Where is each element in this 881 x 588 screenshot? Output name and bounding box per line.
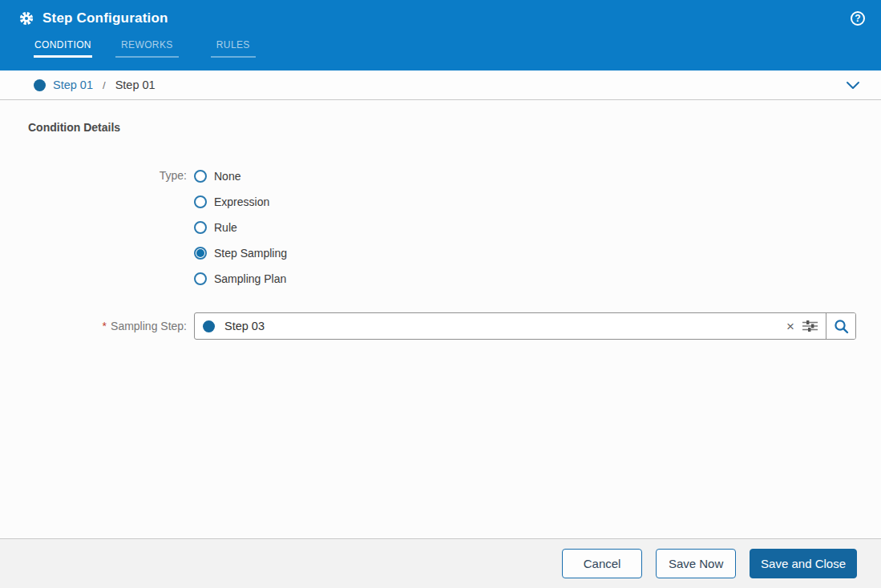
header-title-row: Step Configuration ? (0, 0, 881, 37)
step-configuration-dialog: Step Configuration ? CONDITION REWORKS R… (0, 0, 881, 588)
save-and-close-button[interactable]: Save and Close (750, 549, 857, 578)
cancel-button[interactable]: Cancel (562, 549, 642, 578)
tab-condition[interactable]: CONDITION (34, 39, 92, 58)
tab-bar: CONDITION REWORKS RULES (0, 39, 881, 58)
sampling-step-value: Step 03 (224, 320, 781, 332)
search-icon[interactable] (826, 313, 855, 339)
step-status-dot (34, 79, 46, 91)
radio-option-sampling-plan[interactable]: Sampling Plan (194, 266, 287, 292)
radio-option-rule[interactable]: Rule (194, 215, 287, 240)
breadcrumb-substep: Step 01 (115, 79, 156, 91)
radio-rule[interactable] (194, 221, 207, 234)
radio-label: Sampling Plan (214, 272, 286, 285)
footer-action-bar: Cancel Save Now Save and Close (0, 538, 881, 588)
radio-option-step-sampling[interactable]: Step Sampling (194, 240, 287, 266)
filter-sliders-icon[interactable] (802, 319, 818, 333)
header: Step Configuration ? CONDITION REWORKS R… (0, 0, 881, 70)
radio-expression[interactable] (194, 195, 207, 208)
tab-rules[interactable]: RULES (211, 39, 256, 58)
sampling-step-picker[interactable]: Step 03 × (194, 312, 856, 340)
chevron-down-icon[interactable] (843, 78, 863, 93)
breadcrumb-separator: / (103, 79, 106, 91)
radio-label: Rule (214, 221, 237, 234)
condition-panel: Condition Details Type: None Expression … (0, 100, 881, 538)
page-title: Step Configuration (42, 10, 168, 26)
sampling-step-label: *Sampling Step: (24, 320, 187, 332)
section-title: Condition Details (24, 121, 857, 134)
type-radio-group: None Expression Rule Step Sampling Sampl… (194, 163, 287, 292)
radio-option-none[interactable]: None (194, 163, 287, 189)
sampling-step-label-text: Sampling Step: (111, 320, 187, 332)
radio-label: Expression (214, 195, 269, 208)
tab-reworks[interactable]: REWORKS (115, 39, 179, 58)
type-label: Type: (24, 163, 187, 292)
radio-label: None (214, 170, 240, 183)
help-icon[interactable]: ? (851, 11, 865, 26)
sampling-step-field: Step 03 × (194, 312, 856, 340)
type-field-row: Type: None Expression Rule Step Sampling (24, 163, 857, 292)
save-now-button[interactable]: Save Now (656, 549, 736, 578)
required-asterisk: * (103, 320, 107, 332)
clear-icon[interactable]: × (781, 320, 800, 333)
radio-none[interactable] (194, 170, 207, 183)
radio-step-sampling[interactable] (194, 247, 207, 260)
breadcrumb-step[interactable]: Step 01 (53, 79, 93, 91)
sampling-step-field-row: *Sampling Step: Step 03 × (24, 312, 857, 340)
step-status-dot (203, 320, 215, 332)
breadcrumb: Step 01 / Step 01 (0, 70, 881, 100)
radio-sampling-plan[interactable] (194, 272, 207, 285)
radio-option-expression[interactable]: Expression (194, 189, 287, 215)
gear-icon (19, 11, 34, 26)
radio-label: Step Sampling (214, 247, 287, 260)
